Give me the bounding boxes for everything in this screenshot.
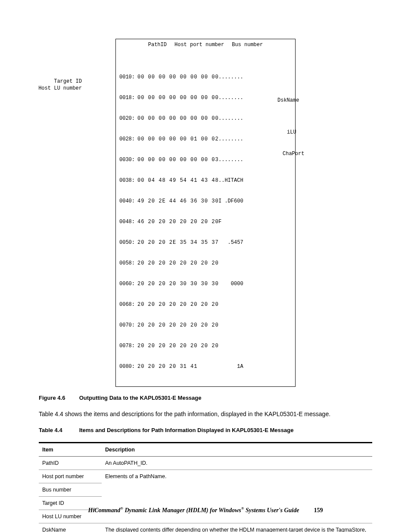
hex-addr: 0040: [119, 198, 137, 205]
label-bus: Bus number [232, 42, 263, 48]
cell-desc: An AutoPATH_ID. [102, 457, 372, 470]
hex-ascii: ........ [215, 156, 249, 163]
hex-ascii [215, 322, 249, 329]
hex-ascii: ........ [215, 74, 249, 81]
hex-bytes: 00 00 00 00 00 00 00 03 [137, 156, 215, 163]
hex-ascii [215, 342, 249, 349]
hex-addr: 0018: [119, 94, 137, 101]
hex-bytes: 00 00 00 00 00 00 00 00 [137, 115, 215, 122]
hex-bytes: 20 20 20 20 20 20 20 20 [137, 322, 215, 329]
hex-bytes: 20 20 20 20 31 41 [137, 363, 215, 370]
cell-item: Host port number [39, 470, 102, 483]
hex-addr: 0060: [119, 280, 137, 287]
hex-bytes: 46 20 20 20 20 20 20 20 [137, 218, 215, 225]
hex-rows: 0010:00 00 00 00 00 00 00 00........ 001… [119, 60, 292, 384]
page-number: 159 [314, 507, 323, 513]
hex-addr: 0010: [119, 74, 137, 81]
hex-bytes: 00 00 00 00 00 01 00 02 [137, 136, 215, 143]
hex-addr: 0038: [119, 177, 137, 184]
path-info-table: Item Description PathID An AutoPATH_ID. … [39, 442, 372, 532]
hex-addr: 0020: [119, 115, 137, 122]
table-title: Items and Descriptions for Path Informat… [79, 427, 294, 433]
hex-ascii: I .DF600 [215, 198, 249, 205]
cell-desc: The displayed contents differ depending … [102, 523, 372, 532]
hex-ascii: 0000 [215, 280, 249, 287]
figure-number: Figure 4.6 [39, 395, 78, 401]
hex-addr: 0080: [119, 363, 137, 370]
cell-item: PathID [39, 457, 102, 470]
hexdump-diagram: Target ID Host LU number DskName iLU Cha… [84, 39, 327, 387]
hex-addr: 0030: [119, 156, 137, 163]
hex-addr: 0050: [119, 239, 137, 246]
hex-bytes: 20 20 20 20 30 30 30 30 [137, 280, 215, 287]
hex-bytes: 20 20 20 20 20 20 20 20 [137, 342, 215, 349]
figure-caption: Figure 4.6 Outputting Data to the KAPL05… [39, 395, 372, 401]
hex-ascii: F [215, 218, 249, 225]
table-row: Host port number Elements of a PathName. [39, 470, 372, 483]
table-caption: Table 4.4 Items and Descriptions for Pat… [39, 427, 372, 433]
hex-ascii: .5457 [215, 239, 249, 246]
hex-ascii: ..HITACH [215, 177, 249, 184]
hex-bytes: 20 20 20 20 20 20 20 20 [137, 301, 215, 308]
table-row: DskName The displayed contents differ de… [39, 523, 372, 532]
hex-ascii [215, 260, 249, 267]
hex-bytes: 20 20 20 2E 35 34 35 37 [137, 239, 215, 246]
table-row: PathID An AutoPATH_ID. [39, 457, 372, 470]
hex-addr: 0070: [119, 322, 137, 329]
hex-ascii: ........ [215, 94, 249, 101]
label-target-id: Target ID [37, 78, 82, 84]
hex-ascii: ........ [215, 136, 249, 143]
hex-addr: 0028: [119, 136, 137, 143]
hex-bytes: 00 00 00 00 00 00 00 00 [137, 94, 215, 101]
desc-text-a: The displayed contents differ depending … [105, 527, 366, 532]
hex-bytes: 00 04 48 49 54 41 43 48 [137, 177, 215, 184]
reg-mark-icon: ® [120, 506, 123, 510]
th-description: Description [102, 443, 372, 457]
footer-text-1: Dynamic Link Manager (HDLM) for Windows [123, 507, 241, 513]
label-hostport: Host port number [174, 42, 224, 48]
hex-bytes: 00 00 00 00 00 00 00 00 [137, 74, 215, 81]
hex-addr: 0048: [119, 218, 137, 225]
diagram-top-labels: PathID Host port number Bus number [119, 42, 292, 48]
hex-addr: 0058: [119, 260, 137, 267]
reg-mark-icon: ® [241, 506, 244, 510]
footer-brand: HiCommand [88, 507, 121, 513]
cell-item: Bus number [39, 483, 102, 497]
label-pathid: PathID [148, 42, 167, 48]
page-footer: HiCommand® Dynamic Link Manager (HDLM) f… [0, 506, 411, 514]
hex-ascii: ........ [215, 115, 249, 122]
cell-desc: Elements of a PathName. [102, 470, 372, 523]
hex-bytes: 49 20 2E 44 46 36 30 30 [137, 198, 215, 205]
cell-item: DskName [39, 523, 102, 532]
hex-addr: 0068: [119, 301, 137, 308]
hex-addr: 0078: [119, 342, 137, 349]
hex-ascii [215, 301, 249, 308]
label-host-lu: Host LU number [37, 85, 82, 91]
hex-bytes: 20 20 20 20 20 20 20 20 [137, 260, 215, 267]
table-number: Table 4.4 [39, 427, 78, 433]
hex-ascii: 1A [215, 363, 249, 370]
footer-text-2: Systems User's Guide [244, 507, 299, 513]
paragraph-intro-table: Table 4.4 shows the items and descriptio… [39, 410, 372, 418]
th-item: Item [39, 443, 102, 457]
figure-title: Outputting Data to the KAPL05301-E Messa… [79, 395, 202, 401]
